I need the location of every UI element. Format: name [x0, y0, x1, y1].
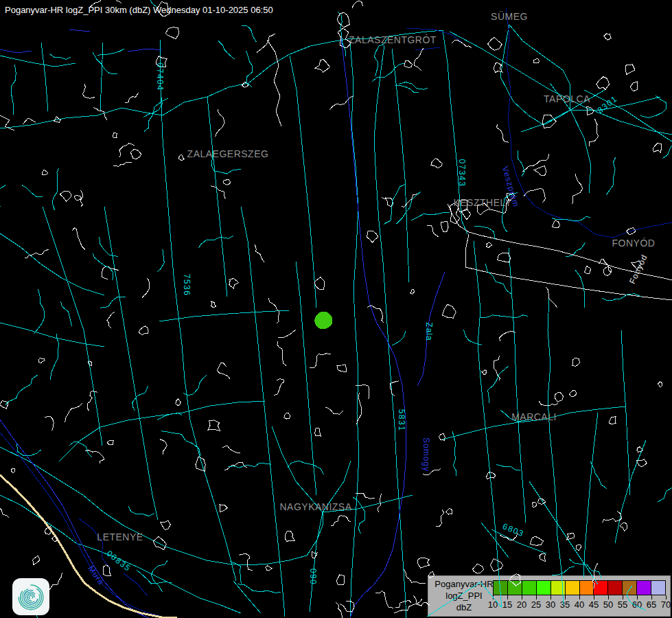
village-outline	[312, 551, 317, 558]
village-outline	[382, 197, 393, 207]
village-outline	[596, 77, 610, 90]
village-outline	[52, 536, 58, 542]
village-outline	[255, 244, 264, 262]
village-outline	[414, 595, 430, 606]
road-line	[621, 330, 630, 495]
village-outline	[637, 459, 647, 467]
road-line	[59, 401, 265, 461]
road-line	[481, 481, 598, 584]
village-outline	[102, 266, 119, 279]
village-outline	[0, 499, 9, 518]
radar-product-title: Poganyvar-HR logZ_PPI 30km (dbZ) Wednesd…	[5, 5, 273, 15]
minor-road-line	[137, 571, 172, 584]
legend-tick-label: 20	[517, 599, 526, 610]
minor-road-line	[662, 121, 672, 159]
road-line	[440, 248, 625, 523]
village-outline	[524, 188, 546, 203]
road-line	[615, 440, 646, 543]
village-outline	[222, 446, 240, 453]
road-line	[0, 56, 76, 67]
village-outline	[500, 534, 518, 540]
minor-road-line	[132, 386, 148, 411]
map-labels-layer: ZALASZENTGRÓTSÜMEGTAPOLCAZALAEGERSZEGKES…	[0, 0, 672, 618]
village-outline	[130, 150, 141, 159]
minor-road-line	[575, 271, 584, 308]
road-line	[0, 233, 104, 295]
minor-road-line	[602, 294, 641, 301]
village-outline	[285, 531, 294, 542]
minor-road-line	[237, 584, 281, 593]
village-outline	[269, 298, 279, 323]
legend-swatch	[636, 580, 651, 595]
minor-road-line	[157, 249, 165, 273]
village-outline	[452, 40, 472, 47]
road-line	[347, 30, 443, 39]
legend-tick-label: 45	[589, 599, 599, 610]
water-label: Somogy	[421, 437, 431, 472]
village-outline	[482, 370, 486, 375]
road-number-label: 06835	[105, 549, 133, 573]
village-outline	[576, 545, 581, 551]
village-outline	[160, 439, 167, 455]
village-outline	[658, 382, 662, 387]
river-line	[417, 272, 445, 386]
village-outline	[65, 404, 82, 422]
village-outline	[93, 108, 107, 120]
minor-road-line	[100, 237, 118, 256]
village-outline	[277, 341, 286, 365]
minor-road-line	[485, 264, 511, 294]
village-outline	[42, 170, 48, 175]
road-line	[233, 581, 261, 613]
water-label: Veszprém	[500, 165, 521, 209]
village-outline	[284, 413, 290, 420]
road-line	[350, 43, 359, 618]
minor-road-line	[128, 506, 154, 516]
village-outline	[356, 385, 369, 399]
road-number-label: 8301	[596, 93, 619, 115]
village-outline	[431, 159, 442, 168]
minor-road-line	[474, 226, 495, 240]
village-outline	[87, 391, 97, 411]
village-outline	[523, 154, 549, 172]
legend-tick-label: 65	[647, 599, 656, 610]
village-outline	[367, 306, 384, 323]
minor-road-line	[211, 151, 241, 174]
minor-road-line	[384, 184, 406, 225]
minor-road-line	[288, 461, 324, 474]
village-outline	[178, 154, 184, 161]
minor-road-line	[49, 54, 70, 60]
legend-swatch	[493, 580, 508, 595]
road-line	[160, 40, 236, 581]
minor-road-line	[143, 98, 162, 117]
village-outline	[340, 601, 354, 612]
village-outline	[494, 62, 502, 72]
village-outline	[630, 82, 637, 91]
village-outline	[404, 569, 426, 584]
legend-tick-label: 40	[575, 599, 584, 610]
minor-road-line	[11, 65, 16, 115]
village-outline	[395, 600, 411, 608]
village-outline	[625, 65, 635, 75]
village-outline	[104, 565, 111, 576]
minor-road-line	[246, 51, 253, 87]
minor-road-line	[452, 431, 456, 477]
minor-road-line	[0, 185, 5, 212]
village-outline	[208, 420, 220, 431]
minor-road-line	[152, 560, 168, 592]
water-label: Mura	[86, 564, 106, 587]
village-outline	[604, 34, 611, 40]
village-outline	[315, 428, 321, 436]
village-outline	[85, 450, 104, 464]
road-line	[272, 426, 413, 612]
city-label: SÜMEG	[491, 11, 528, 22]
road-line	[509, 25, 570, 110]
border-line	[465, 234, 469, 267]
road-line	[374, 45, 406, 618]
minor-road-line	[242, 25, 257, 42]
minor-road-line	[34, 289, 44, 334]
village-outline	[107, 312, 115, 328]
minor-road-line	[496, 464, 520, 470]
village-outline	[417, 558, 430, 569]
river-line	[0, 30, 162, 53]
legend-scale: 10152025303540455055606570	[493, 580, 666, 615]
